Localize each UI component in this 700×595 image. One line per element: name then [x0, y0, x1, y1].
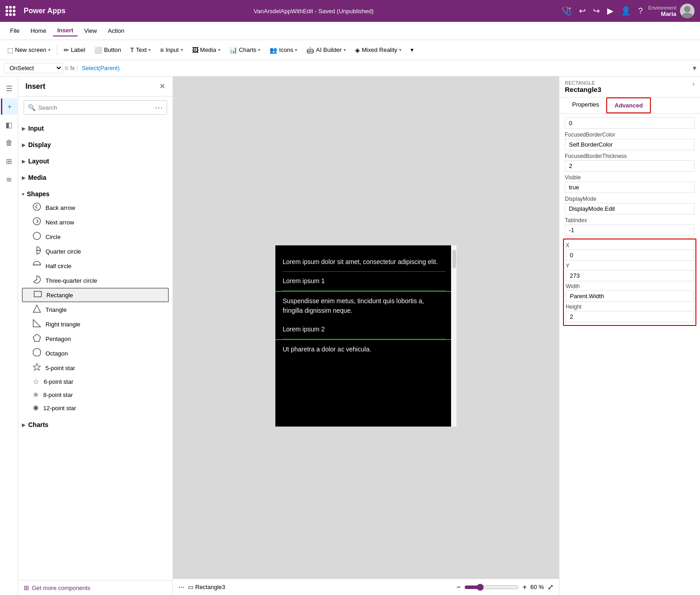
screen-text-4: Lorem ipsum 2	[283, 325, 325, 333]
sidebar-layers-icon[interactable]: ◧	[1, 117, 17, 133]
menu-home[interactable]: Home	[26, 25, 51, 36]
item-quarter-circle[interactable]: Quarter circle	[18, 244, 172, 259]
insert-panel-title: Insert	[25, 82, 46, 91]
search-more-icon[interactable]: ⋯	[155, 102, 163, 112]
new-screen-button[interactable]: ⬚ New screen ▾	[4, 45, 54, 56]
x-input[interactable]	[566, 249, 694, 261]
item-back-arrow[interactable]: Back arrow	[18, 200, 172, 215]
ellipsis-icon[interactable]: ⋯	[178, 584, 184, 590]
get-more-components-button[interactable]: ⊞ Get more components	[18, 580, 172, 595]
height-input[interactable]	[566, 311, 694, 322]
section-display-header[interactable]: ▶ Display	[18, 138, 172, 151]
sidebar-hamburger[interactable]: ☰	[1, 80, 17, 97]
item-circle[interactable]: Circle	[18, 229, 172, 244]
next-arrow-icon	[33, 217, 41, 227]
formula-input[interactable]	[80, 64, 691, 72]
formula-expand-icon[interactable]: ▾	[693, 64, 696, 72]
item-next-arrow[interactable]: Next arrow	[18, 215, 172, 229]
right-panel-tabs: Properties Advanced	[559, 97, 700, 114]
item-three-quarter-circle[interactable]: Three-quarter circle	[18, 273, 172, 288]
item-octagon[interactable]: Octagon	[18, 346, 172, 361]
search-input[interactable]	[38, 104, 152, 111]
tab-advanced[interactable]: Advanced	[606, 97, 651, 113]
width-input[interactable]	[566, 290, 694, 302]
sidebar-variables-icon[interactable]: ≋	[1, 171, 17, 188]
label-icon: ✏	[64, 46, 69, 54]
right-panel-expand[interactable]: ›	[692, 80, 695, 87]
avatar[interactable]	[680, 4, 695, 18]
height-label: Height	[566, 304, 694, 310]
media-button[interactable]: 🖼 Media ▾	[188, 45, 224, 56]
menu-view[interactable]: View	[80, 25, 101, 36]
section-media-header[interactable]: ▶ Media	[18, 171, 172, 184]
visible-input[interactable]	[565, 182, 695, 193]
charts-label: Charts	[239, 46, 256, 53]
display-mode-input[interactable]	[565, 203, 695, 214]
app-grid-icon[interactable]	[5, 6, 15, 16]
y-input[interactable]	[566, 270, 694, 281]
undo-icon[interactable]: ↩	[579, 6, 586, 16]
play-icon[interactable]: ▶	[607, 6, 614, 16]
zoom-out-icon[interactable]: −	[457, 583, 461, 591]
formula-select[interactable]: OnSelect	[4, 63, 63, 73]
item-triangle[interactable]: Triangle	[18, 302, 172, 317]
item-star-8[interactable]: ✳ 8-point star	[18, 388, 172, 402]
item-circle-label: Circle	[46, 234, 61, 240]
sidebar-components-icon[interactable]: ⊞	[1, 153, 17, 169]
label-button[interactable]: ✏ Label	[60, 45, 89, 56]
screen-scrollbar[interactable]	[451, 245, 457, 427]
field-width-row: Width	[566, 282, 694, 303]
more-button[interactable]: ▾	[407, 45, 417, 55]
section-input-header[interactable]: ▶ Input	[18, 122, 172, 135]
icons-button[interactable]: 👥 Icons ▾	[266, 45, 301, 56]
focused-border-color-input[interactable]	[565, 139, 695, 150]
item-star-6[interactable]: ☆ 6-point star	[18, 375, 172, 388]
field-0-input[interactable]	[565, 117, 695, 129]
section-shapes-header[interactable]: ▾ Shapes	[18, 188, 172, 200]
sidebar-data-icon[interactable]: 🗑	[1, 135, 17, 151]
canvas-screen[interactable]: Lorem ipsum dolor sit amet, consectetur …	[275, 245, 457, 427]
charts-button[interactable]: 📊 Charts ▾	[226, 45, 264, 56]
top-bar: Power Apps VanArsdelAppWithEdit - Saved …	[0, 0, 700, 22]
insert-close-button[interactable]: ✕	[159, 82, 165, 91]
help-icon[interactable]: ?	[638, 6, 643, 16]
chevron-display: ▶	[22, 142, 25, 147]
screen-content: Lorem ipsum dolor sit amet, consectetur …	[275, 245, 457, 427]
mixed-reality-button[interactable]: ◈ Mixed Reality ▾	[351, 45, 405, 56]
item-pentagon[interactable]: Pentagon	[18, 331, 172, 346]
tab-index-input[interactable]	[565, 224, 695, 236]
section-layout-header[interactable]: ▶ Layout	[18, 155, 172, 168]
y-label: Y	[566, 263, 694, 269]
svg-marker-7	[33, 305, 41, 312]
fit-screen-icon[interactable]: ⤢	[548, 583, 553, 591]
item-rectangle[interactable]: Rectangle	[22, 288, 169, 302]
svg-point-0	[684, 6, 690, 12]
ai-builder-button[interactable]: 🤖 AI Builder ▾	[303, 45, 349, 56]
redo-icon[interactable]: ↪	[593, 6, 600, 16]
zoom-in-icon[interactable]: +	[522, 583, 527, 591]
env-section: Environment Maria	[648, 4, 695, 18]
section-shapes: ▾ Shapes Back arrow Next arrow	[18, 186, 172, 417]
menu-insert[interactable]: Insert	[53, 25, 78, 36]
section-charts-header[interactable]: ▶ Charts	[18, 418, 172, 431]
button-button[interactable]: ⬜ Button	[91, 45, 125, 56]
formula-bar: OnSelect = fx | ▾	[0, 60, 700, 76]
menu-file[interactable]: File	[5, 25, 24, 36]
input-button[interactable]: ≡ Input ▾	[156, 45, 186, 56]
item-right-triangle[interactable]: Right triangle	[18, 317, 172, 331]
user-icon[interactable]: 👤	[621, 6, 631, 16]
focused-border-thickness-input[interactable]	[565, 160, 695, 172]
menu-action[interactable]: Action	[103, 25, 129, 36]
section-charts: ▶ Charts	[18, 417, 172, 433]
item-half-circle[interactable]: Half circle	[18, 259, 172, 273]
zoom-slider[interactable]	[464, 584, 519, 591]
stethoscope-icon[interactable]: 🩺	[562, 6, 572, 16]
text-button[interactable]: T Text ▾	[127, 45, 154, 56]
text-icon: T	[130, 46, 134, 54]
tab-properties[interactable]: Properties	[565, 97, 606, 113]
insert-panel: Insert ✕ 🔍 ⋯ ▶ Input ▶ Display	[18, 76, 173, 595]
item-star-12[interactable]: ✺ 12-point star	[18, 402, 172, 415]
screen-section-1: Lorem ipsum dolor sit amet, consectetur …	[283, 253, 446, 272]
item-star-5[interactable]: 5-point star	[18, 361, 172, 375]
sidebar-insert-icon[interactable]: ＋	[1, 98, 17, 115]
